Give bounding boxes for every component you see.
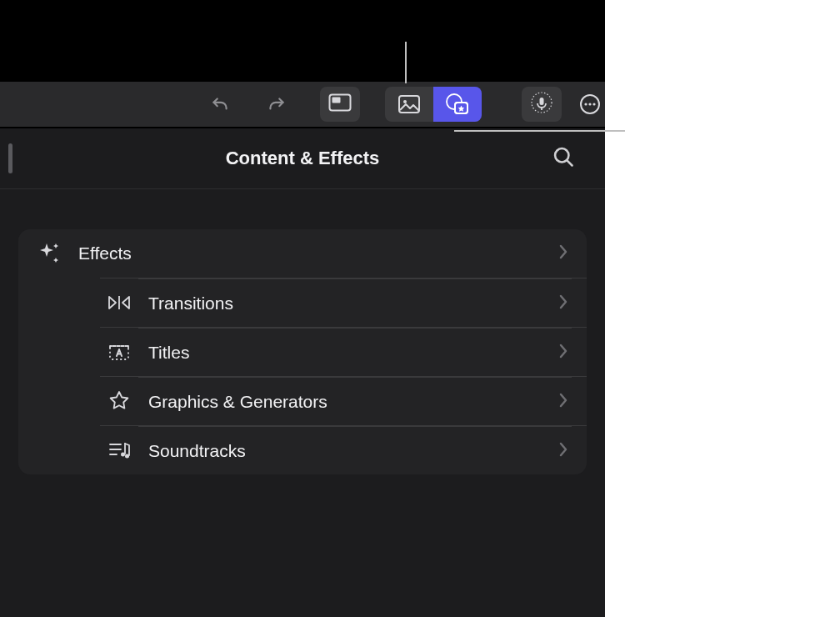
page-background-right [605, 0, 840, 617]
undo-button[interactable] [207, 91, 233, 118]
chevron-right-icon [558, 344, 572, 362]
chevron-right-icon [558, 244, 572, 263]
star-icon [100, 389, 138, 413]
list-item-graphics-generators[interactable]: Graphics & Generators [100, 376, 587, 425]
browser-segment [385, 87, 482, 122]
panel-title: Content & Effects [226, 148, 380, 169]
svg-point-3 [403, 100, 407, 103]
media-browser-button[interactable] [385, 87, 433, 122]
svg-rect-2 [399, 96, 419, 113]
voiceover-icon [530, 91, 553, 118]
search-button[interactable] [550, 145, 577, 172]
svg-point-21 [121, 453, 125, 457]
list-item-label: Effects [68, 243, 558, 263]
soundtracks-icon [100, 439, 138, 461]
svg-rect-1 [332, 98, 341, 103]
titles-icon [100, 341, 138, 363]
more-button[interactable] [577, 91, 603, 118]
chevron-right-icon [558, 393, 572, 411]
svg-point-12 [588, 103, 591, 105]
undo-icon [209, 93, 231, 115]
photo-icon [398, 94, 421, 114]
svg-point-11 [584, 103, 587, 105]
ellipsis-circle-icon [578, 93, 602, 116]
svg-point-22 [125, 454, 129, 459]
transitions-icon [100, 293, 138, 313]
svg-rect-8 [540, 98, 544, 105]
panel-drag-handle[interactable] [8, 143, 12, 173]
categories-list: Effects Transitions [18, 229, 587, 474]
callout-line-vertical-top [405, 42, 407, 83]
chevron-right-icon [558, 294, 572, 313]
content-effects-icon [445, 93, 470, 116]
list-item-label: Soundtracks [138, 441, 558, 461]
toolbar [0, 82, 605, 127]
svg-rect-17 [110, 346, 128, 359]
list-item-titles[interactable]: Titles [100, 327, 587, 376]
redo-button[interactable] [263, 91, 290, 118]
layout-button[interactable] [320, 87, 360, 122]
content-effects-panel: Content & Effects [0, 127, 605, 617]
list-item-label: Transitions [138, 293, 558, 314]
list-item-effects[interactable]: Effects [18, 229, 587, 278]
chevron-right-icon [558, 442, 572, 460]
svg-line-15 [568, 161, 572, 166]
layout-icon [328, 93, 352, 115]
list-item-label: Graphics & Generators [138, 392, 558, 412]
sparkles-icon [30, 241, 68, 266]
voiceover-button[interactable] [522, 87, 562, 122]
callout-line-horizontal-right [454, 130, 625, 132]
redo-icon [266, 93, 288, 115]
search-icon [552, 145, 575, 172]
list-item-transitions[interactable]: Transitions [100, 278, 587, 327]
window-top-black-band [0, 0, 605, 82]
list-item-soundtracks[interactable]: Soundtracks [100, 425, 587, 474]
panel-header: Content & Effects [0, 128, 605, 189]
list-item-label: Titles [138, 343, 558, 363]
svg-point-13 [592, 103, 595, 105]
content-effects-browser-button[interactable] [433, 87, 482, 122]
